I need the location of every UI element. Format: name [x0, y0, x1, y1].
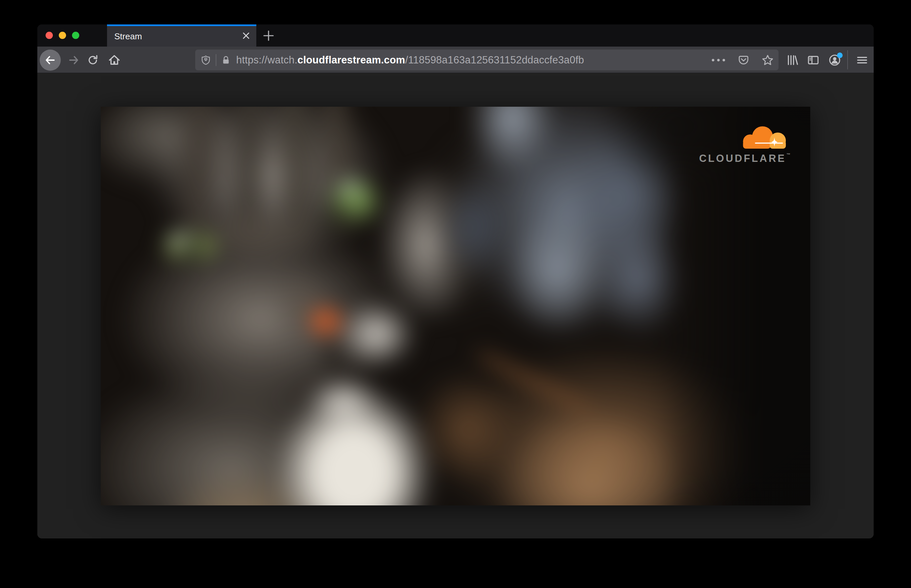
- library-icon[interactable]: [783, 47, 801, 73]
- back-button[interactable]: [40, 47, 61, 73]
- forward-button[interactable]: [66, 47, 81, 73]
- tab-title: Stream: [114, 24, 142, 47]
- url-prefix: https://watch.: [236, 54, 297, 66]
- address-bar-divider: [216, 54, 216, 66]
- sidebar-icon[interactable]: [804, 47, 822, 73]
- vignette-overlay: [101, 107, 810, 506]
- toolbar-divider: [847, 50, 848, 69]
- tab-stream[interactable]: Stream: [107, 24, 256, 47]
- tracking-protection-shield-icon[interactable]: [200, 55, 211, 65]
- reload-icon: [87, 54, 99, 66]
- url-domain: cloudflarestream.com: [297, 54, 405, 66]
- lock-icon[interactable]: [221, 55, 231, 65]
- cloudflare-watermark: CLOUDFLARE™: [699, 126, 790, 165]
- account-icon[interactable]: [825, 47, 844, 73]
- window-zoom-button[interactable]: [72, 32, 79, 39]
- window-minimize-button[interactable]: [59, 32, 66, 39]
- page-content: CLOUDFLARE™: [37, 73, 874, 538]
- pocket-icon[interactable]: [738, 54, 749, 66]
- window-close-button[interactable]: [45, 32, 53, 39]
- browser-window: Stream: [37, 24, 874, 538]
- account-notification-dot: [837, 53, 843, 58]
- tab-bar: Stream: [37, 24, 874, 47]
- hamburger-menu-icon[interactable]: [853, 47, 871, 73]
- navigation-toolbar: https://watch.cloudflarestream.com/11859…: [37, 47, 874, 73]
- video-player[interactable]: CLOUDFLARE™: [101, 107, 810, 506]
- home-icon: [108, 53, 121, 67]
- address-bar[interactable]: https://watch.cloudflarestream.com/11859…: [195, 50, 779, 70]
- tab-close-icon[interactable]: [242, 31, 250, 40]
- home-button[interactable]: [107, 47, 122, 73]
- trademark-symbol: ™: [787, 152, 790, 157]
- bookmark-star-icon[interactable]: [761, 54, 774, 66]
- url-text: https://watch.cloudflarestream.com/11859…: [236, 54, 699, 66]
- arrow-right-icon: [67, 54, 80, 66]
- url-path: /118598a163a125631152ddaccfe3a0fb: [405, 54, 584, 66]
- new-tab-button[interactable]: [262, 29, 275, 42]
- cloudflare-wordmark: CLOUDFLARE™: [699, 152, 790, 165]
- page-actions-ellipsis-icon[interactable]: [711, 58, 726, 62]
- arrow-left-icon: [40, 50, 61, 71]
- reload-button[interactable]: [86, 47, 100, 73]
- cloudflare-cloud-icon: [740, 126, 790, 150]
